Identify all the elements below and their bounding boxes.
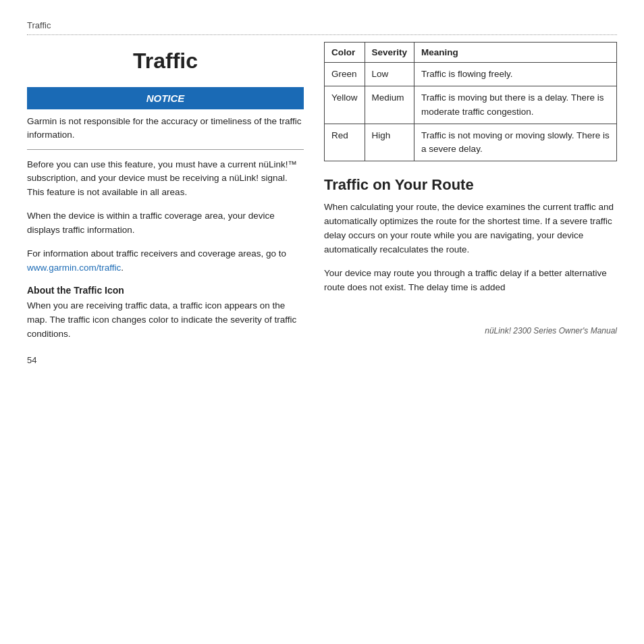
- para1: Before you can use this feature, you mus…: [27, 158, 304, 200]
- table-cell-meaning: Traffic is not moving or moving slowly. …: [414, 124, 617, 161]
- table-row: YellowMediumTraffic is moving but there …: [325, 86, 617, 124]
- table-cell-color: Yellow: [325, 86, 365, 124]
- table-cell-severity: High: [365, 124, 414, 161]
- table-cell-meaning: Traffic is moving but there is a delay. …: [414, 86, 617, 124]
- col-header-meaning: Meaning: [414, 43, 617, 63]
- para3-suffix: .: [121, 263, 124, 273]
- table-cell-color: Green: [325, 63, 365, 86]
- table-header-row: Color Severity Meaning: [325, 43, 617, 63]
- para3: For information about traffic receivers …: [27, 247, 304, 275]
- table-cell-severity: Medium: [365, 86, 414, 124]
- table-cell-severity: Low: [365, 63, 414, 86]
- page-number: 54: [27, 355, 304, 365]
- notice-text: Garmin is not responsible for the accura…: [27, 115, 304, 150]
- table-cell-color: Red: [325, 124, 365, 161]
- page: Traffic Traffic NOTICE Garmin is not res…: [0, 0, 644, 644]
- table-row: RedHighTraffic is not moving or moving s…: [325, 124, 617, 161]
- traffic-table: Color Severity Meaning GreenLowTraffic i…: [324, 42, 617, 161]
- section2-para2: Your device may route you through a traf…: [324, 267, 617, 295]
- left-column: Traffic NOTICE Garmin is not responsible…: [27, 35, 324, 365]
- para4: When you are receiving traffic data, a t…: [27, 299, 304, 342]
- para2: When the device is within a traffic cove…: [27, 209, 304, 238]
- right-column: Color Severity Meaning GreenLowTraffic i…: [324, 35, 617, 365]
- para3-prefix: For information about traffic receivers …: [27, 248, 286, 259]
- footer-label: nüLink! 2300 Series Owner's Manual: [485, 326, 617, 336]
- table-cell-meaning: Traffic is flowing freely.: [414, 63, 617, 86]
- subtitle-traffic-icon: About the Traffic Icon: [27, 285, 304, 296]
- section2-para1: When calculating your route, the device …: [324, 200, 617, 257]
- breadcrumb: Traffic: [27, 20, 617, 30]
- content-area: Traffic NOTICE Garmin is not responsible…: [27, 35, 617, 365]
- col-header-severity: Severity: [365, 43, 414, 63]
- section2-title: Traffic on Your Route: [324, 176, 617, 194]
- notice-label: NOTICE: [146, 92, 185, 104]
- notice-box: NOTICE: [27, 87, 304, 109]
- garmin-traffic-link[interactable]: www.garmin.com/traffic: [27, 263, 121, 273]
- col-header-color: Color: [325, 43, 365, 63]
- page-title: Traffic: [27, 49, 304, 74]
- table-row: GreenLowTraffic is flowing freely.: [325, 63, 617, 86]
